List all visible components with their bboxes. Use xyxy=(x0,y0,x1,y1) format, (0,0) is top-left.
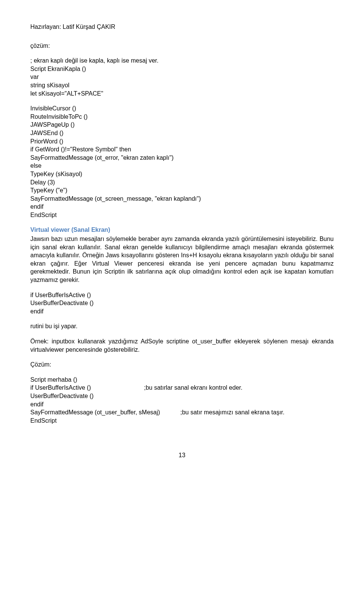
code-line: TypeKey (sKisayol) xyxy=(30,170,334,178)
code-comment: ;bu satır mesajımızı sanal ekrana taşır. xyxy=(180,409,284,415)
code-line: SayFormattedMessage (ot_error, "ekran za… xyxy=(30,154,334,162)
code-line: JAWSEnd () xyxy=(30,129,334,137)
code-line: if GetWord ()!="Restore Symbol" then xyxy=(30,145,334,154)
code-line: string sKisayol xyxy=(30,81,334,90)
code-line: RouteInvisibleToPc () xyxy=(30,113,334,121)
code-text: if UserBufferIsActive () xyxy=(30,384,91,391)
solution-label-lower: çözüm: xyxy=(30,42,334,50)
code-line: if UserBufferIsActive () xyxy=(30,291,334,299)
code-line: PriorWord () xyxy=(30,137,334,146)
page-number: 13 xyxy=(30,451,334,460)
code-line: var xyxy=(30,73,334,81)
section-virtual-viewer: Virtual viewer (Sanal Ekran) Jawsın bazı… xyxy=(30,226,334,284)
code-line: Delay (3) xyxy=(30,178,334,187)
code-line: EndScript xyxy=(30,211,334,219)
document-page: Hazırlayan: Latif Kürşad ÇAKIR çözüm: ; … xyxy=(0,0,364,490)
code-line: ; ekran kaplı değil ise kapla, kaplı ise… xyxy=(30,57,334,65)
section-heading: Virtual viewer (Sanal Ekran) xyxy=(30,226,334,234)
example-text: Örnek: inputbox kullanarak yazdığımız Ad… xyxy=(30,337,334,354)
document-header: Hazırlayan: Latif Kürşad ÇAKIR xyxy=(30,23,334,31)
solution-label-upper: Çözüm: xyxy=(30,360,334,369)
code-line: SayFormattedMessage (ot_screen_message, … xyxy=(30,195,334,203)
code-comment: ;bu satırlar sanal ekranı kontrol eder. xyxy=(144,384,243,391)
code-line: endif xyxy=(30,307,334,316)
code-block-4: Script merhaba () if UserBufferIsActive … xyxy=(30,376,334,425)
code-line: else xyxy=(30,162,334,170)
code-line: JAWSPageUp () xyxy=(30,121,334,129)
code-line: let sKisayol="ALT+SPACE" xyxy=(30,90,334,98)
code-line: InvisibleCursor () xyxy=(30,104,334,113)
code-line: UserBufferDeactivate () xyxy=(30,299,334,307)
code-line: Script merhaba () xyxy=(30,376,334,384)
code-block-2: InvisibleCursor () RouteInvisibleToPc ()… xyxy=(30,104,334,219)
code-block-3: if UserBufferIsActive () UserBufferDeact… xyxy=(30,291,334,316)
code-line: if UserBufferIsActive ();bu satırlar san… xyxy=(30,384,334,392)
code-line: EndScript xyxy=(30,417,334,425)
code-line: SayFormattedMessage (ot_user_buffer, sMe… xyxy=(30,408,334,417)
routine-text: rutini bu işi yapar. xyxy=(30,322,334,330)
code-line: TypeKey ("e") xyxy=(30,186,334,195)
section-body: Jawsın bazı uzun mesajları söylemekle be… xyxy=(30,235,334,284)
code-comment-1: ; ekran kaplı değil ise kapla, kaplı ise… xyxy=(30,57,334,98)
code-line: endif xyxy=(30,400,334,409)
code-text: SayFormattedMessage (ot_user_buffer, sMe… xyxy=(30,409,160,415)
code-line: endif xyxy=(30,203,334,211)
code-line: Script EkraniKapla () xyxy=(30,65,334,73)
code-line: UserBufferDeactivate () xyxy=(30,392,334,400)
